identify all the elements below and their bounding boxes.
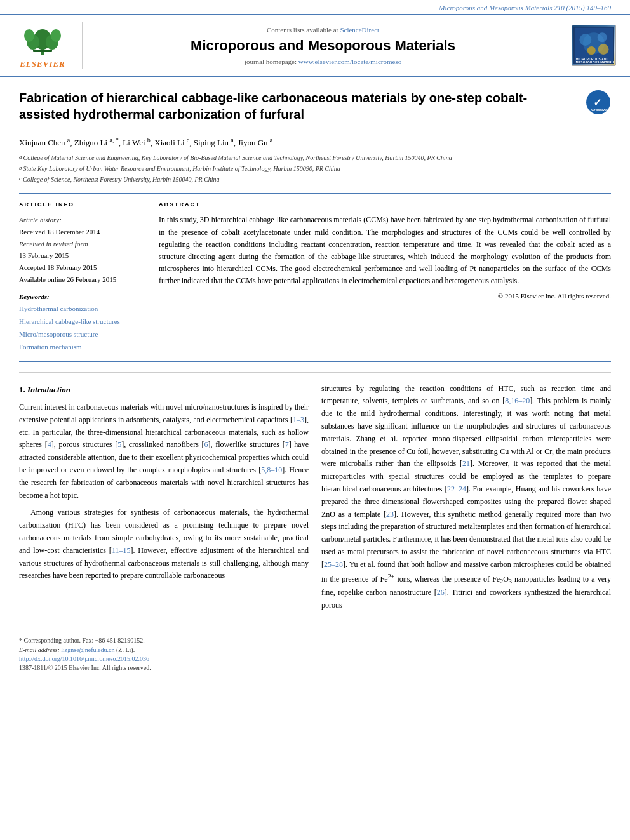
main-text: 1. Introduction Current interest in carb… (19, 383, 611, 617)
accepted-label: Accepted 18 February 2015 (19, 263, 97, 271)
keywords-block: Keywords: Hydrothermal carbonization Hie… (19, 293, 146, 353)
email-link[interactable]: lizgnse@nefu.edu.cn (61, 646, 114, 653)
email-name: (Z. Li). (116, 646, 135, 653)
page-footer: * Corresponding author. Fax: +86 451 821… (0, 630, 630, 678)
svg-text:✓: ✓ (593, 97, 601, 108)
page-container: Microporous and Mesoporous Materials 210… (0, 0, 630, 678)
affiliations: a College of Material Science and Engine… (19, 153, 611, 184)
keyword-3[interactable]: Micro/mesoporous structure (19, 328, 146, 341)
email-label: E-mail address: (19, 646, 60, 653)
article-title-section: Fabrication of hierarchical cabbage-like… (19, 90, 611, 129)
journal-homepage-line: journal homepage: www.elsevier.com/locat… (245, 58, 401, 65)
corresponding-note: * Corresponding author. Fax: +86 451 821… (19, 637, 611, 644)
svg-text:CrossMark: CrossMark (591, 108, 608, 112)
ref-7[interactable]: 7 (285, 440, 289, 449)
authors-line: Xiujuan Chen a, Zhiguo Li a, *, Li Wei b… (19, 137, 611, 148)
col-right: structures by regulating the reaction co… (321, 383, 611, 617)
intro-heading: 1. Introduction (19, 383, 309, 396)
contents-line: Contents lists available at ScienceDirec… (267, 26, 379, 34)
intro-para-1: Current interest in carbonaceous materia… (19, 401, 309, 502)
revised-date: 13 February 2015 (19, 251, 69, 259)
available-label: Available online 26 February 2015 (19, 276, 116, 283)
top-bar: Microporous and Mesoporous Materials 210… (0, 0, 630, 15)
article-info-label: ARTICLE INFO (19, 201, 146, 208)
col-left: 1. Introduction Current interest in carb… (19, 383, 309, 617)
ref-21[interactable]: 21 (462, 459, 470, 468)
author-1: Xiujuan Chen (19, 138, 67, 147)
ref-5-8-10[interactable]: 5,8–10 (261, 465, 282, 474)
doi-line: http://dx.doi.org/10.1016/j.micromeso.20… (19, 655, 611, 662)
journal-cover-image: MICROPOROUS AND MESOPOROUS MATERIALS (572, 25, 616, 66)
ref-25-28[interactable]: 25–28 (324, 560, 343, 569)
elsevier-tree-icon (20, 22, 65, 57)
svg-point-10 (579, 34, 591, 46)
article-info-panel: ARTICLE INFO Article history: Received 1… (19, 201, 146, 353)
section-divider (19, 372, 611, 373)
col2-para-1: structures by regulating the reaction co… (321, 383, 611, 612)
affil-b: b State Key Laboratory of Urban Water Re… (19, 164, 611, 173)
ref-23[interactable]: 23 (386, 510, 394, 519)
author-3: Li Wei (123, 138, 147, 147)
svg-point-4 (24, 29, 34, 42)
sciencedirect-link[interactable]: ScienceDirect (340, 26, 379, 34)
abstract-text: In this study, 3D hierarchical cabbage-l… (159, 214, 611, 287)
email-line: E-mail address: lizgnse@nefu.edu.cn (Z. … (19, 646, 611, 653)
crossmark-svg: ✓ CrossMark (588, 92, 608, 112)
keyword-4[interactable]: Formation mechanism (19, 341, 146, 354)
journal-homepage-link[interactable]: www.elsevier.com/locate/micromeso (298, 58, 401, 65)
keyword-1[interactable]: Hydrothermal carbonization (19, 303, 146, 316)
ref-4[interactable]: 4 (48, 440, 51, 449)
ref-11-15[interactable]: 11–15 (112, 546, 131, 555)
journal-title-block: Contents lists available at ScienceDirec… (83, 22, 563, 69)
history-label: Article history: (19, 216, 62, 223)
keywords-label: Keywords: (19, 293, 146, 300)
affil-c: c College of Science, Northeast Forestry… (19, 175, 611, 184)
abstract-section: ABSTRACT In this study, 3D hierarchical … (159, 201, 611, 353)
ref-26[interactable]: 26 (437, 588, 445, 597)
keyword-2[interactable]: Hierarchical cabbage-like structures (19, 316, 146, 328)
svg-point-13 (598, 44, 608, 55)
article-title: Fabrication of hierarchical cabbage-like… (19, 90, 576, 123)
article-body: Fabrication of hierarchical cabbage-like… (0, 77, 630, 630)
author-5: Siping Liu (194, 138, 231, 147)
author-2: Zhiguo Li (74, 138, 110, 147)
ref-5[interactable]: 5 (117, 440, 121, 449)
info-section: ARTICLE INFO Article history: Received 1… (19, 193, 611, 361)
ref-22-24[interactable]: 22–24 (447, 484, 466, 493)
journal-cover-svg: MICROPOROUS AND MESOPOROUS MATERIALS (573, 25, 614, 65)
crossmark-icon: ✓ CrossMark (586, 90, 610, 114)
received-date: Received 18 December 2014 (19, 228, 100, 236)
journal-ref: Microporous and Mesoporous Materials 210… (439, 4, 611, 11)
affil-a: a College of Material Science and Engine… (19, 153, 611, 163)
journal-title-main: Microporous and Mesoporous Materials (191, 37, 455, 54)
revised-label: Received in revised form (19, 240, 88, 248)
svg-point-5 (51, 29, 61, 42)
svg-point-11 (597, 32, 607, 42)
crossmark-badge: ✓ CrossMark (586, 90, 611, 115)
issn-line: 1387-1811/© 2015 Elsevier Inc. All right… (19, 664, 611, 671)
svg-text:MESOPOROUS MATERIALS: MESOPOROUS MATERIALS (575, 61, 613, 64)
author-6: Jiyou Gu (238, 138, 270, 147)
svg-point-12 (587, 46, 595, 55)
journal-thumbnail: MICROPOROUS AND MESOPOROUS MATERIALS (570, 22, 617, 69)
ref-1-3[interactable]: 1–3 (293, 415, 304, 424)
abstract-label: ABSTRACT (159, 201, 611, 208)
doi-link[interactable]: http://dx.doi.org/10.1016/j.micromeso.20… (19, 655, 149, 662)
author-4: Xiaoli Li (154, 138, 187, 147)
svg-rect-6 (33, 50, 52, 52)
svg-text:MICROPOROUS AND: MICROPOROUS AND (575, 58, 608, 61)
article-dates: Article history: Received 18 December 20… (19, 214, 146, 285)
elsevier-wordmark: ELSEVIER (20, 59, 65, 69)
intro-para-2: Among various strategies for synthesis o… (19, 507, 309, 582)
abstract-copyright: © 2015 Elsevier Inc. All rights reserved… (159, 292, 611, 300)
elsevier-logo: ELSEVIER (13, 22, 83, 69)
ref-6[interactable]: 6 (204, 440, 208, 449)
journal-header: ELSEVIER Contents lists available at Sci… (0, 15, 630, 77)
ref-8-16-20[interactable]: 8,16–20 (505, 396, 530, 405)
